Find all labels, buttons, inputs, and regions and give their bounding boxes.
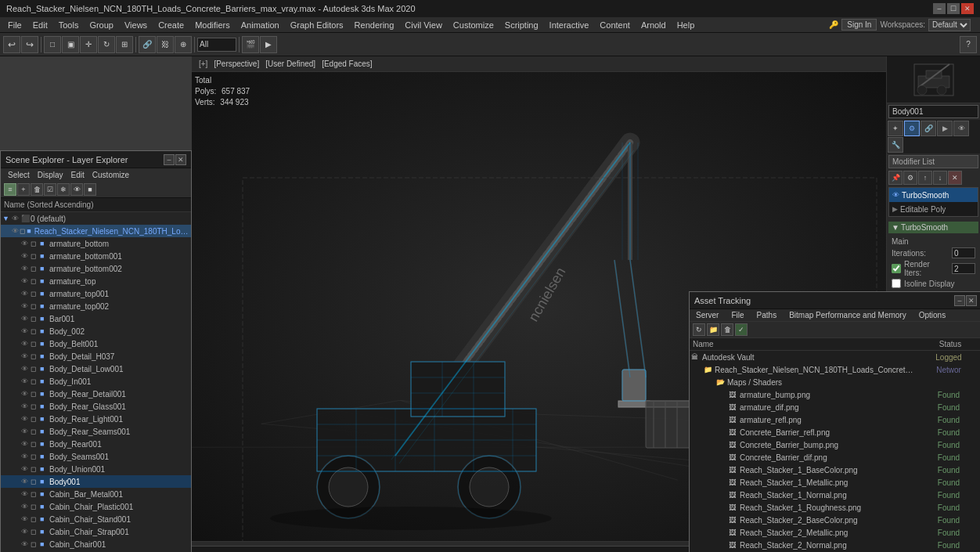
scene-list-item[interactable]: 👁◻■Body_In001 (1, 375, 191, 388)
scene-list-item[interactable]: 👁◻■Body_Rear001 (1, 438, 191, 450)
object-eye-icon[interactable]: 👁 (21, 402, 31, 410)
at-untrack-btn[interactable]: 🗑 (721, 323, 733, 336)
scene-list-item[interactable]: 👁◻■Body001 (1, 475, 191, 488)
ts-params-header[interactable]: ▼ TurboSmooth (888, 222, 978, 233)
scale-button[interactable]: ⊞ (116, 36, 133, 53)
at-minimize-btn[interactable]: – (954, 295, 965, 306)
scene-list-item[interactable]: 👁◻■Body_Detail_Low001 (1, 363, 191, 375)
object-eye-icon[interactable]: 👁 (21, 528, 31, 536)
scene-list-item[interactable]: 👁◻■Body_Union001 (1, 463, 191, 475)
object-eye-icon[interactable]: 👁 (21, 240, 31, 247)
object-eye-icon[interactable]: 👁 (21, 428, 31, 435)
selection-filter[interactable] (197, 38, 236, 52)
scene-list-item[interactable]: 👁◻■armature_bottom001 (1, 250, 191, 262)
quick-render-button[interactable]: ▶ (260, 36, 277, 53)
move-down-btn[interactable]: ↓ (933, 171, 947, 185)
object-eye-icon[interactable]: 👁 (21, 302, 31, 310)
freeze-btn[interactable]: ❄ (57, 183, 70, 196)
at-list-item[interactable]: 🖼Concrete_Barrier_dif.pngFound (690, 451, 980, 464)
scene-list-item[interactable]: 👁◻■Cabin_Chair001 (1, 538, 191, 550)
layer-eye-icon[interactable]: 👁 (12, 215, 21, 222)
scene-list-item[interactable]: 👁◻■Body_Rear_Glass001 (1, 400, 191, 413)
object-eye-icon[interactable]: 👁 (21, 277, 31, 285)
object-eye-icon[interactable]: 👁 (21, 377, 31, 385)
bind-button[interactable]: ⊕ (175, 36, 192, 53)
scene-list-item[interactable]: 👁◻■Body_Belt001 (1, 337, 191, 350)
object-eye-icon[interactable]: 👁 (21, 252, 31, 260)
rotate-button[interactable]: ↻ (98, 36, 115, 53)
layer-explorer-toggle[interactable]: ≡ (4, 183, 16, 196)
scene-list-item[interactable]: 👁◻■armature_top (1, 275, 191, 287)
scene-list-item[interactable]: 👁◻■armature_bottom002 (1, 262, 191, 275)
object-eye-icon[interactable]: 👁 (21, 365, 31, 373)
select-button[interactable]: □ (44, 36, 61, 53)
scene-explorer-titlebar[interactable]: Scene Explorer - Layer Explorer – ✕ (1, 151, 191, 168)
object-eye-icon[interactable]: 👁 (21, 390, 31, 398)
scene-list-item[interactable]: 👁◻■armature_top002 (1, 300, 191, 312)
utilities-tab[interactable]: 🔧 (888, 137, 903, 153)
at-list-item[interactable]: 🖼Concrete_Barrier_refl.pngFound (690, 426, 980, 438)
modifier-turbosmoothh[interactable]: 👁 TurboSmooth (889, 188, 978, 202)
object-eye-icon[interactable]: 👁 (21, 503, 31, 511)
at-list-item[interactable]: 🖼armature_bump.pngFound (690, 388, 980, 401)
workspaces-select[interactable]: Default (928, 19, 971, 31)
object-eye-icon[interactable]: 👁 (21, 265, 31, 272)
menu-group[interactable]: Group (85, 19, 118, 31)
link-button[interactable]: 🔗 (139, 36, 156, 53)
render-btn[interactable]: ■ (84, 183, 96, 196)
at-list-item[interactable]: 🖼Reach_Stacker_1_Normal.pngFound (690, 489, 980, 501)
menu-tools[interactable]: Tools (54, 19, 84, 31)
object-eye-icon[interactable]: 👁 (21, 315, 31, 323)
minimize-button[interactable]: – (933, 3, 946, 14)
at-list-item[interactable]: 🖼Reach_Stacker_2_Metallic.pngFound (690, 526, 980, 539)
pin-modifier-btn[interactable]: 📌 (888, 171, 903, 185)
at-refresh-btn[interactable]: ↻ (693, 323, 705, 336)
help-button[interactable]: ? (960, 36, 977, 53)
menu-content[interactable]: Content (595, 19, 635, 31)
select-region-button[interactable]: ▣ (62, 36, 79, 53)
menu-help[interactable]: Help (672, 19, 700, 31)
at-list-item[interactable]: 🖼Reach_Stacker_1_BaseColor.pngFound (690, 464, 980, 476)
object-eye-icon[interactable]: 👁 (21, 465, 31, 473)
menu-customize[interactable]: Customize (449, 19, 499, 31)
menu-graph-editors[interactable]: Graph Editors (286, 19, 348, 31)
close-button[interactable]: ✕ (961, 3, 974, 14)
object-eye-icon[interactable]: 👁 (21, 478, 31, 485)
scene-menu-display[interactable]: Display (34, 170, 67, 180)
scene-list-item[interactable]: 👁◻■Body_Seams001 (1, 450, 191, 463)
select-layer-btn[interactable]: ☑ (44, 183, 56, 196)
editable-poly-expand[interactable]: ▶ (892, 205, 898, 213)
move-button[interactable]: ✛ (80, 36, 97, 53)
move-up-btn[interactable]: ↑ (918, 171, 932, 185)
menu-file[interactable]: File (3, 19, 27, 31)
vp-view-type[interactable]: [Perspective] (211, 60, 261, 68)
scene-explorer-close[interactable]: ✕ (175, 154, 186, 165)
object-eye-icon[interactable]: 👁 (12, 227, 20, 235)
scene-list-item[interactable]: ▼👁⬛0 (default) (1, 212, 191, 225)
object-eye-icon[interactable]: 👁 (21, 490, 31, 498)
maximize-button[interactable]: ☐ (947, 3, 960, 14)
at-list-item[interactable]: 🏛Autodesk VaultLogged (690, 351, 980, 363)
asset-tracking-titlebar[interactable]: Asset Tracking – ✕ (690, 292, 980, 309)
sign-in-button[interactable]: Sign In (841, 19, 877, 31)
turbosmoothh-eye[interactable]: 👁 (892, 191, 899, 199)
motion-tab[interactable]: ▶ (937, 121, 953, 136)
ts-iterations-input[interactable] (952, 247, 975, 258)
at-menu-server[interactable]: Server (690, 309, 725, 321)
scene-list-item[interactable]: 👁◻■Bar001 (1, 312, 191, 325)
menu-animation[interactable]: Animation (236, 19, 284, 31)
hierarchy-tab[interactable]: 🔗 (921, 121, 936, 136)
at-list-item[interactable]: 📂Maps / Shaders (690, 376, 980, 388)
hide-btn[interactable]: 👁 (70, 183, 83, 196)
at-track-btn[interactable]: 📁 (707, 323, 719, 336)
scene-list-item[interactable]: 👁◻■Body_002 (1, 325, 191, 337)
scene-menu-edit[interactable]: Edit (67, 170, 88, 180)
at-close-btn[interactable]: ✕ (966, 295, 977, 306)
at-list-item[interactable]: 🖼Reach_Stacker_2_BaseColor.pngFound (690, 514, 980, 526)
object-eye-icon[interactable]: 👁 (21, 453, 31, 460)
menu-arnold[interactable]: Arnold (636, 19, 671, 31)
at-menu-file[interactable]: File (725, 309, 750, 321)
object-eye-icon[interactable]: 👁 (21, 415, 31, 423)
scene-list[interactable]: ▼👁⬛0 (default)👁◻■Reach_Stacker_Nielsen_N… (1, 212, 191, 552)
menu-scripting[interactable]: Scripting (500, 19, 543, 31)
